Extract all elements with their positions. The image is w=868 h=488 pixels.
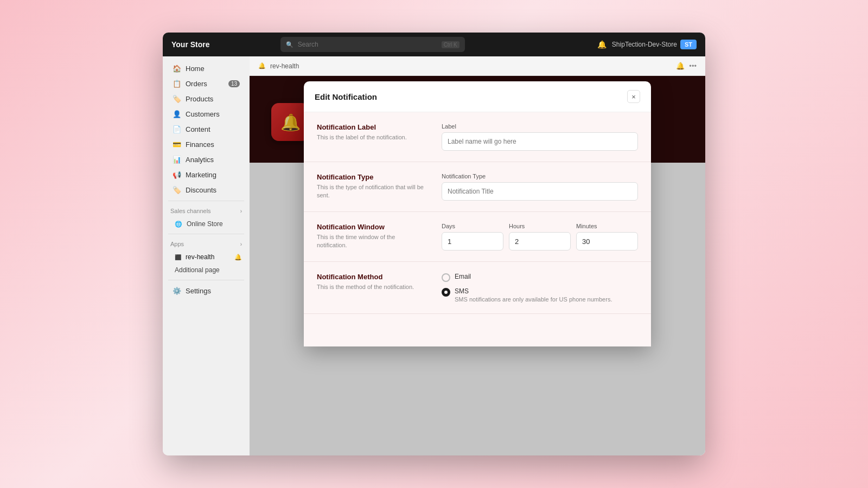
form-section-label: Notification Label This is the label of …: [304, 112, 651, 162]
orders-icon: 📋: [173, 80, 181, 88]
orders-badge: 13: [228, 80, 240, 87]
hours-label: Hours: [509, 223, 571, 229]
sidebar-item-products[interactable]: 🏷️ Products: [165, 92, 247, 106]
content-icon: 📄: [173, 125, 181, 133]
notification-label-input[interactable]: [442, 132, 638, 151]
store-pill: ShipTection-Dev-Store ST: [612, 40, 697, 49]
modal-body-padding: [304, 314, 651, 346]
online-store-label: Online Store: [187, 220, 223, 228]
apps-chevron-icon: ›: [240, 241, 242, 247]
notif-label-desc: This is the label of the notification.: [317, 133, 425, 142]
sidebar-divider-1: [168, 201, 244, 201]
notif-type-desc: This is the type of notification that wi…: [317, 183, 425, 200]
sidebar-item-content[interactable]: 📄 Content: [165, 122, 247, 137]
sidebar-item-additional-page[interactable]: Additional page: [163, 264, 250, 277]
sub-header-more-icon[interactable]: •••: [689, 62, 697, 70]
store-name: Your Store: [171, 40, 210, 49]
top-bar-right: 🔔 ShipTection-Dev-Store ST: [597, 40, 697, 49]
email-radio-label: Email: [455, 273, 471, 280]
top-bar: Your Store 🔍 Ctrl K 🔔 ShipTection-Dev-St…: [163, 33, 705, 56]
notif-window-title: Notification Window: [317, 223, 425, 231]
sidebar-item-online-store[interactable]: 🌐 Online Store: [163, 217, 250, 230]
rev-health-bell-icon: 🔔: [234, 254, 242, 261]
email-radio-item[interactable]: Email: [442, 273, 638, 282]
email-radio-circle[interactable]: [442, 273, 450, 282]
form-section-window-right: Days Hours Minutes: [442, 223, 638, 251]
form-section-type-left: Notification Type This is the type of no…: [317, 173, 425, 201]
type-field-label: Notification Type: [442, 173, 638, 179]
sms-radio-item[interactable]: SMS SMS notifications are only available…: [442, 287, 638, 303]
breadcrumb-text: rev-health: [270, 62, 299, 70]
form-section-method-right: Email SMS SMS notifications are only ava…: [442, 273, 638, 303]
breadcrumb-icon: 🔔: [258, 62, 266, 69]
apps-label: Apps: [170, 241, 184, 247]
sidebar-item-home[interactable]: 🏠 Home: [165, 61, 247, 76]
sms-radio-label-area: SMS SMS notifications are only available…: [455, 287, 612, 303]
search-icon: 🔍: [286, 41, 293, 48]
method-radio-group: Email SMS SMS notifications are only ava…: [442, 273, 638, 303]
sub-header-bell-icon[interactable]: 🔔: [676, 62, 685, 70]
sidebar-label-finances: Finances: [186, 140, 240, 149]
sidebar-item-finances[interactable]: 💳 Finances: [165, 137, 247, 152]
modal-title: Edit Notification: [315, 92, 377, 101]
marketing-icon: 📢: [173, 171, 181, 179]
modal-header: Edit Notification ×: [304, 81, 651, 112]
minutes-field: Minutes: [576, 223, 638, 251]
sidebar-item-orders[interactable]: 📋 Orders 13: [165, 76, 247, 91]
modal-body: Notification Label This is the label of …: [304, 112, 651, 346]
sidebar-item-discounts[interactable]: 🏷️ Discounts: [165, 183, 247, 197]
label-field-label: Label: [442, 123, 638, 130]
main-layout: 🏠 Home 📋 Orders 13 🏷️ Products 👤 Custome…: [163, 56, 705, 455]
sidebar-item-customers[interactable]: 👤 Customers: [165, 107, 247, 121]
analytics-icon: 📊: [173, 156, 181, 164]
window-fields: Days Hours Minutes: [442, 223, 638, 251]
form-section-method: Notification Method This is the method o…: [304, 262, 651, 314]
finances-icon: 💳: [173, 140, 181, 149]
sidebar-item-marketing[interactable]: 📢 Marketing: [165, 168, 247, 182]
rev-health-label: rev-health: [186, 253, 214, 261]
days-field: Days: [442, 223, 503, 251]
form-section-window: Notification Window This is the time win…: [304, 212, 651, 262]
sidebar-item-rev-health[interactable]: ⬛ rev-health 🔔: [163, 251, 250, 264]
sidebar-label-orders: Orders: [186, 80, 224, 88]
sidebar-divider-3: [168, 280, 244, 280]
apps-header[interactable]: Apps ›: [163, 237, 250, 251]
sales-channels-header[interactable]: Sales channels ›: [163, 204, 250, 217]
sidebar-divider-2: [168, 234, 244, 234]
online-store-icon: 🌐: [175, 221, 182, 228]
hours-input[interactable]: [509, 232, 571, 251]
minutes-label: Minutes: [576, 223, 638, 229]
sidebar-label-analytics: Analytics: [186, 156, 240, 164]
settings-icon: ⚙️: [173, 287, 181, 295]
customers-icon: 👤: [173, 110, 181, 118]
search-input[interactable]: [298, 41, 437, 48]
form-section-label-left: Notification Label This is the label of …: [317, 123, 425, 151]
modal-close-button[interactable]: ×: [627, 90, 640, 103]
products-icon: 🏷️: [173, 95, 181, 103]
sidebar-label-discounts: Discounts: [186, 186, 240, 194]
notif-label-title: Notification Label: [317, 123, 425, 131]
days-label: Days: [442, 223, 503, 229]
sidebar-label-settings: Settings: [186, 287, 240, 295]
minutes-input[interactable]: [576, 232, 638, 251]
notif-method-title: Notification Method: [317, 273, 425, 281]
search-bar[interactable]: 🔍 Ctrl K: [280, 37, 465, 52]
sidebar-item-analytics[interactable]: 📊 Analytics: [165, 152, 247, 167]
home-icon: 🏠: [173, 65, 181, 73]
app-window: Your Store 🔍 Ctrl K 🔔 ShipTection-Dev-St…: [163, 33, 705, 455]
sms-radio-circle[interactable]: [442, 288, 450, 297]
form-section-type: Notification Type This is the type of no…: [304, 162, 651, 212]
sales-channels-label: Sales channels: [170, 208, 211, 214]
notification-type-input[interactable]: [442, 182, 638, 201]
notification-bell-icon[interactable]: 🔔: [597, 40, 607, 49]
additional-page-label: Additional page: [175, 266, 220, 274]
notif-window-desc: This is the time window of the notificat…: [317, 233, 425, 250]
hours-field: Hours: [509, 223, 571, 251]
notif-method-desc: This is the method of the notification.: [317, 283, 425, 291]
form-section-label-right: Label: [442, 123, 638, 151]
days-input[interactable]: [442, 232, 503, 251]
content-area: 🔔 rev-health 🔔 ••• 🔔 RevUp Health: [250, 56, 705, 455]
sidebar-item-settings[interactable]: ⚙️ Settings: [165, 284, 247, 298]
sub-header-right: 🔔 •••: [676, 62, 697, 70]
search-shortcut: Ctrl K: [442, 41, 459, 48]
